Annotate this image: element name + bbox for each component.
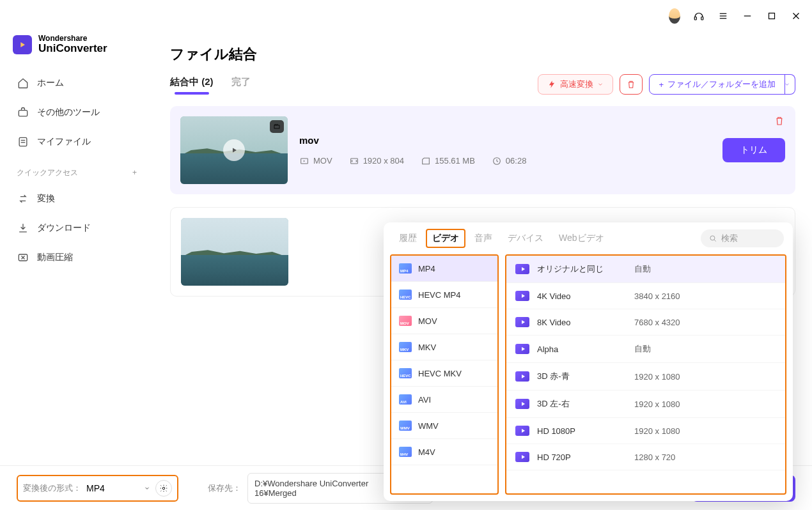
toolbox-icon — [17, 106, 29, 119]
svg-rect-9 — [19, 111, 27, 116]
format-icon — [399, 421, 412, 431]
app-logo: WondershareUniConverter — [13, 32, 141, 70]
preset-icon — [515, 317, 529, 327]
quick-access-header: クイックアクセス+ — [13, 158, 141, 182]
sidebar-item-label: その他のツール — [37, 107, 100, 118]
format-popup: 履歴 ビデオ 音声 デバイス Webビデオ 検索 MP4 HEVC MP4 MO… — [384, 222, 793, 501]
menu-icon[interactable] — [717, 10, 729, 22]
preset-item[interactable]: Alpha自動 — [506, 336, 785, 363]
preset-item[interactable]: オリジナルと同じ自動 — [506, 256, 785, 283]
tab-merging[interactable]: 結合中 (2) — [170, 76, 214, 93]
svg-rect-6 — [769, 13, 775, 19]
format-item-hevc-mkv[interactable]: HEVC MKV — [391, 360, 497, 387]
svg-line-19 — [714, 240, 715, 241]
output-format-label: 変換後の形式： — [23, 483, 81, 494]
preset-icon — [515, 344, 529, 354]
format-icon — [399, 316, 412, 326]
trim-button[interactable]: トリム — [722, 138, 785, 162]
meta-duration: 06:28 — [492, 156, 527, 166]
format-icon — [399, 447, 412, 457]
preset-item[interactable]: 4K Video3840 x 2160 — [506, 283, 785, 309]
preset-item[interactable]: 8K Video7680 x 4320 — [506, 309, 785, 336]
preset-icon — [515, 452, 529, 462]
preset-icon — [515, 371, 529, 382]
sidebar: WondershareUniConverter ホーム その他のツール マイファ… — [0, 32, 153, 465]
minimize-button[interactable] — [742, 10, 753, 22]
sidebar-item-label: 動画圧縮 — [37, 252, 73, 263]
add-file-dropdown[interactable] — [779, 74, 795, 95]
preset-item[interactable]: HD 720P1280 x 720 — [506, 444, 785, 470]
sidebar-item-home[interactable]: ホーム — [13, 70, 141, 96]
format-search-input[interactable]: 検索 — [701, 229, 784, 247]
add-file-button[interactable]: +ファイル／フォルダーを追加 — [649, 74, 785, 95]
preset-item[interactable]: 3D 左-右1920 x 1080 — [506, 390, 785, 418]
output-settings-button[interactable] — [155, 480, 172, 497]
home-icon — [17, 77, 29, 89]
fp-tab-device[interactable]: デバイス — [501, 229, 550, 248]
format-icon — [399, 394, 412, 405]
video-thumbnail-2[interactable] — [181, 218, 288, 286]
sidebar-item-convert[interactable]: 変換 — [13, 186, 141, 212]
fp-tab-video[interactable]: ビデオ — [426, 229, 465, 248]
meta-size: 155.61 MB — [421, 156, 475, 166]
sidebar-item-compress[interactable]: 動画圧縮 — [13, 245, 141, 270]
maximize-button[interactable] — [766, 10, 777, 22]
preset-item[interactable]: HD 1080P1920 x 1080 — [506, 418, 785, 444]
preset-icon — [515, 264, 529, 274]
compress-icon — [17, 251, 29, 264]
sidebar-item-label: 変換 — [37, 193, 55, 205]
svg-rect-1 — [701, 17, 703, 20]
sidebar-item-label: ダウンロード — [37, 222, 91, 234]
fp-tab-history[interactable]: 履歴 — [393, 229, 423, 248]
sidebar-item-tools[interactable]: その他のツール — [13, 100, 141, 125]
support-icon[interactable] — [693, 10, 705, 22]
format-item-mp4[interactable]: MP4 — [391, 256, 497, 282]
avatar[interactable] — [669, 10, 680, 22]
close-button[interactable] — [790, 10, 802, 22]
tab-done[interactable]: 完了 — [231, 76, 251, 93]
convert-icon — [17, 192, 29, 205]
video-thumbnail[interactable] — [180, 116, 288, 184]
sidebar-item-label: マイファイル — [37, 136, 91, 148]
add-quick-icon[interactable]: + — [132, 168, 137, 177]
format-item-avi[interactable]: AVI — [391, 387, 497, 413]
save-location-label: 保存先： — [208, 483, 241, 494]
remove-file-button[interactable] — [774, 115, 785, 129]
sidebar-item-download[interactable]: ダウンロード — [13, 215, 141, 241]
files-icon — [17, 135, 29, 148]
sidebar-item-label: ホーム — [37, 77, 64, 89]
fp-tab-web[interactable]: Webビデオ — [552, 229, 611, 248]
meta-format: MOV — [299, 156, 332, 166]
format-icon — [399, 342, 412, 352]
output-format-select[interactable]: MP4 — [86, 483, 150, 493]
format-list: MP4 HEVC MP4 MOV MKV HEVC MKV AVI WMV M4… — [390, 254, 499, 495]
preset-icon — [515, 291, 529, 301]
sidebar-item-myfiles[interactable]: マイファイル — [13, 129, 141, 155]
download-icon — [17, 222, 29, 235]
format-item-wmv[interactable]: WMV — [391, 413, 497, 439]
svg-rect-10 — [19, 137, 27, 146]
format-icon — [399, 263, 412, 274]
preset-icon — [515, 399, 529, 409]
logo-mark-icon — [13, 35, 32, 54]
format-item-m4v[interactable]: M4V — [391, 439, 497, 465]
fp-tab-audio[interactable]: 音声 — [468, 229, 499, 248]
format-item-mov[interactable]: MOV — [391, 308, 497, 334]
svg-rect-0 — [694, 17, 696, 20]
delete-all-button[interactable] — [620, 74, 643, 95]
brand-line2: UniConverter — [38, 43, 107, 55]
play-icon — [223, 139, 245, 161]
file-card: mov MOV 1920 x 804 155.61 MB 06:28 トリム — [170, 106, 795, 194]
highspeed-toggle[interactable]: 高速変換 — [538, 74, 613, 95]
clapper-icon — [270, 120, 284, 133]
preset-item[interactable]: 3D 赤-青1920 x 1080 — [506, 363, 785, 390]
svg-point-20 — [162, 487, 165, 490]
format-item-hevc-mp4[interactable]: HEVC MP4 — [391, 282, 497, 308]
preset-icon — [515, 426, 529, 436]
svg-point-18 — [710, 236, 715, 240]
format-icon — [399, 290, 412, 300]
file-name: mov — [299, 135, 711, 146]
meta-resolution: 1920 x 804 — [349, 156, 404, 166]
format-item-mkv[interactable]: MKV — [391, 334, 497, 360]
format-icon — [399, 368, 412, 378]
